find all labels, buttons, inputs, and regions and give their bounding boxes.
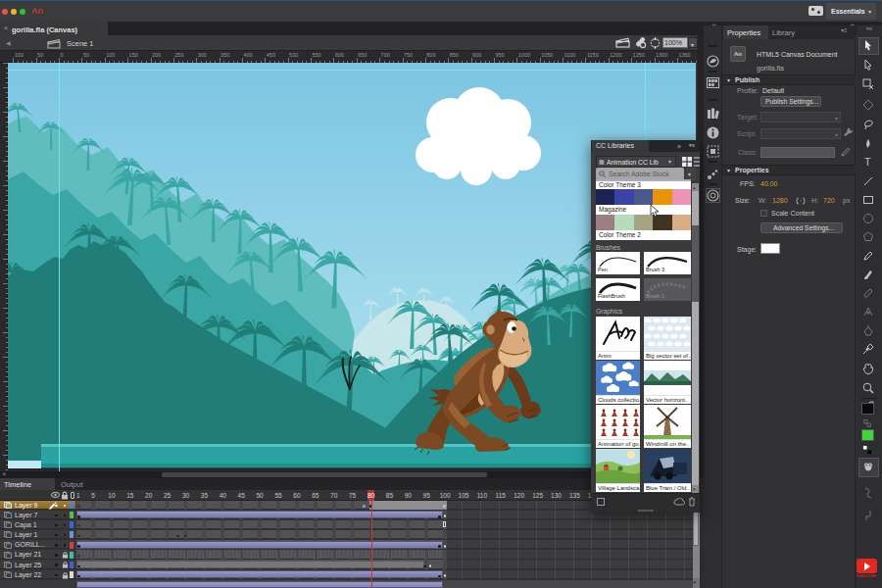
svg-text:T: T xyxy=(864,156,871,168)
